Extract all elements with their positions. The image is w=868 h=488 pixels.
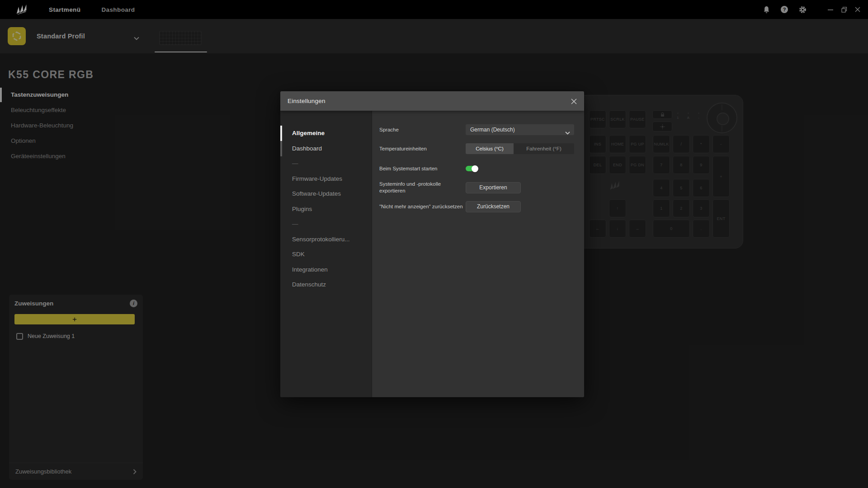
modal-header: Einstellungen <box>280 91 584 111</box>
settings-modal: Einstellungen Allgemeine Dashboard — Fir… <box>280 91 584 397</box>
nav-selected-indicator <box>280 126 282 141</box>
nav-divider: — <box>280 216 372 232</box>
temperature-unit-segmented: Celsius (°C) Fahrenheit (°F) <box>466 143 574 154</box>
chevron-down-icon <box>565 128 570 136</box>
autostart-label: Beim Systemstart starten <box>372 165 466 172</box>
toggle-knob <box>472 165 478 172</box>
settings-nav-dashboard[interactable]: Dashboard <box>280 141 372 156</box>
reset-label: "Nicht mehr anzeigen" zurücksetzen <box>372 203 466 210</box>
settings-nav-sdk[interactable]: SDK <box>280 247 372 262</box>
autostart-toggle[interactable] <box>466 166 478 171</box>
settings-nav-plugins[interactable]: Plugins <box>280 202 372 217</box>
settings-nav-integrationen[interactable]: Integrationen <box>280 262 372 277</box>
export-button[interactable]: Exportieren <box>466 182 521 193</box>
nav-divider: — <box>280 156 372 171</box>
temperature-label: Temperatureinheiten <box>372 145 466 152</box>
language-select-value: German (Deutsch) <box>470 127 515 133</box>
settings-content: Sprache German (Deutsch) Temperatureinhe… <box>372 111 584 397</box>
modal-close-icon[interactable] <box>569 96 579 106</box>
settings-nav-datenschutz[interactable]: Datenschutz <box>280 277 372 292</box>
nav-scroll-indicator <box>280 141 282 156</box>
settings-nav-sensorprotokollierung[interactable]: Sensorprotokollieru... <box>280 232 372 247</box>
fahrenheit-option[interactable]: Fahrenheit (°F) <box>514 143 574 154</box>
settings-nav-firmware-updates[interactable]: Firmware-Updates <box>280 171 372 187</box>
language-select[interactable]: German (Deutsch) <box>466 124 574 135</box>
settings-nav: Allgemeine Dashboard — Firmware-Updates … <box>280 111 372 397</box>
export-label: Systeminfo und -protokolle exportieren <box>372 181 466 194</box>
reset-button[interactable]: Zurücksetzen <box>466 201 521 212</box>
settings-nav-allgemeine[interactable]: Allgemeine <box>280 126 372 141</box>
modal-title: Einstellungen <box>288 98 326 104</box>
celsius-option[interactable]: Celsius (°C) <box>466 143 514 154</box>
settings-nav-software-updates[interactable]: Software-Updates <box>280 186 372 202</box>
language-label: Sprache <box>372 127 466 133</box>
